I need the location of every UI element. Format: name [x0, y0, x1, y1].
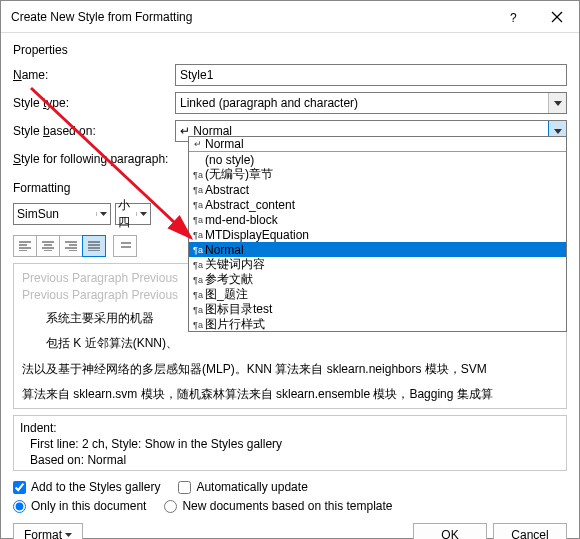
align-center-button[interactable] — [36, 235, 60, 257]
svg-marker-6 — [140, 212, 147, 216]
add-to-gallery-checkbox[interactable]: Add to the Styles gallery — [13, 480, 160, 494]
dropdown-item[interactable]: ¶amd-end-block — [189, 212, 566, 227]
line-spacing-1-button[interactable] — [113, 235, 137, 257]
align-right-button[interactable] — [59, 235, 83, 257]
style-description: Indent: First line: 2 ch, Style: Show in… — [13, 415, 567, 471]
style-type-label: Style type: — [13, 96, 175, 110]
style-based-on-label: Style based on: — [13, 124, 175, 138]
font-size-combo[interactable]: 小四 — [115, 203, 151, 225]
new-documents-radio[interactable]: New documents based on this template — [164, 499, 392, 513]
svg-marker-4 — [554, 129, 562, 134]
based-on-dropdown-list[interactable]: ↵Normal(no style)¶a(无编号)章节¶aAbstract¶aAb… — [188, 136, 567, 332]
name-input[interactable] — [175, 64, 567, 86]
chevron-down-icon[interactable] — [548, 93, 566, 113]
chevron-down-icon[interactable] — [136, 212, 150, 216]
svg-text:?: ? — [510, 11, 517, 24]
only-this-document-radio[interactable]: Only in this document — [13, 499, 146, 513]
dropdown-item[interactable]: ¶aAbstract_content — [189, 197, 566, 212]
properties-group-label: Properties — [13, 43, 567, 57]
dropdown-item[interactable]: ¶a(无编号)章节 — [189, 167, 566, 182]
dialog-title: Create New Style from Formatting — [11, 10, 491, 24]
font-combo[interactable]: SimSun — [13, 203, 111, 225]
chevron-down-icon[interactable] — [96, 212, 110, 216]
following-paragraph-label: Style for following paragraph: — [13, 152, 175, 166]
dropdown-item[interactable]: ¶a参考文献 — [189, 272, 566, 287]
help-button[interactable]: ? — [491, 1, 535, 33]
create-style-dialog: Create New Style from Formatting ? Prope… — [0, 0, 580, 539]
dropdown-item[interactable]: ¶aNormal — [189, 242, 566, 257]
auto-update-checkbox[interactable]: Automatically update — [178, 480, 307, 494]
align-left-button[interactable] — [13, 235, 37, 257]
svg-marker-3 — [554, 101, 562, 106]
dropdown-item[interactable]: (no style) — [189, 152, 566, 167]
svg-marker-26 — [65, 533, 72, 537]
style-type-combo[interactable]: Linked (paragraph and character) — [175, 92, 567, 114]
close-button[interactable] — [535, 1, 579, 33]
dropdown-item[interactable]: ¶a关键词内容 — [189, 257, 566, 272]
name-label: Name: — [13, 68, 175, 82]
dropdown-item[interactable]: ¶a图标目录test — [189, 302, 566, 317]
dropdown-item[interactable]: ¶aMTDisplayEquation — [189, 227, 566, 242]
dropdown-item[interactable]: ↵Normal — [189, 137, 566, 152]
titlebar: Create New Style from Formatting ? — [1, 1, 579, 33]
dropdown-item[interactable]: ¶aAbstract — [189, 182, 566, 197]
svg-marker-5 — [100, 212, 107, 216]
dropdown-item[interactable]: ¶a图片行样式 — [189, 317, 566, 332]
dropdown-item[interactable]: ¶a图_题注 — [189, 287, 566, 302]
cancel-button[interactable]: Cancel — [493, 523, 567, 539]
format-button[interactable]: Format — [13, 523, 83, 539]
align-justify-button[interactable] — [82, 235, 106, 257]
ok-button[interactable]: OK — [413, 523, 487, 539]
